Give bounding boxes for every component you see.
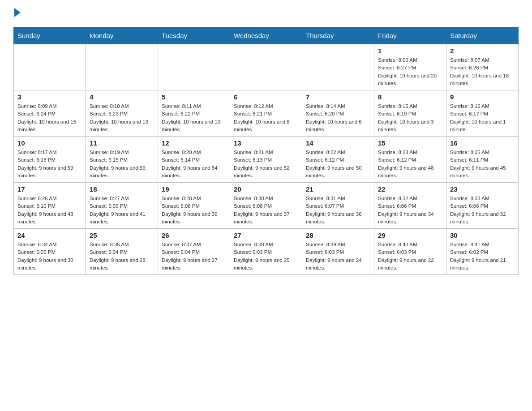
day-number: 13 — [234, 139, 298, 147]
calendar-cell: 23Sunrise: 8:33 AM Sunset: 6:06 PM Dayli… — [446, 183, 519, 229]
calendar-cell: 5Sunrise: 8:11 AM Sunset: 6:22 PM Daylig… — [158, 90, 230, 137]
day-info: Sunrise: 8:16 AM Sunset: 6:17 PM Dayligh… — [450, 103, 515, 133]
day-number: 21 — [306, 185, 370, 193]
calendar-cell: 26Sunrise: 8:37 AM Sunset: 6:04 PM Dayli… — [158, 229, 230, 275]
calendar-cell: 22Sunrise: 8:32 AM Sunset: 6:06 PM Dayli… — [374, 183, 446, 229]
day-number: 16 — [450, 139, 515, 147]
day-info: Sunrise: 8:27 AM Sunset: 6:09 PM Dayligh… — [90, 195, 154, 226]
day-info: Sunrise: 8:34 AM Sunset: 6:05 PM Dayligh… — [17, 241, 82, 272]
calendar-cell: 2Sunrise: 8:07 AM Sunset: 6:26 PM Daylig… — [446, 44, 519, 90]
day-info: Sunrise: 8:23 AM Sunset: 6:12 PM Dayligh… — [378, 149, 442, 180]
column-header-wednesday: Wednesday — [230, 27, 302, 44]
calendar-cell: 27Sunrise: 8:38 AM Sunset: 6:03 PM Dayli… — [230, 229, 302, 275]
day-number: 28 — [306, 231, 370, 239]
calendar-cell — [158, 44, 230, 90]
calendar-cell: 13Sunrise: 8:21 AM Sunset: 6:13 PM Dayli… — [230, 137, 302, 183]
calendar-cell: 17Sunrise: 8:26 AM Sunset: 6:10 PM Dayli… — [14, 183, 86, 229]
day-info: Sunrise: 8:35 AM Sunset: 6:04 PM Dayligh… — [90, 241, 154, 272]
day-number: 6 — [234, 93, 298, 101]
calendar-cell — [86, 44, 158, 90]
calendar-cell: 18Sunrise: 8:27 AM Sunset: 6:09 PM Dayli… — [86, 183, 158, 229]
day-info: Sunrise: 8:09 AM Sunset: 6:24 PM Dayligh… — [17, 103, 82, 133]
column-header-thursday: Thursday — [302, 27, 374, 44]
column-header-saturday: Saturday — [446, 27, 519, 44]
day-number: 7 — [306, 93, 370, 101]
day-info: Sunrise: 8:15 AM Sunset: 6:19 PM Dayligh… — [378, 103, 442, 133]
calendar-cell: 10Sunrise: 8:17 AM Sunset: 6:16 PM Dayli… — [14, 137, 86, 183]
calendar-cell — [302, 44, 374, 90]
day-number: 23 — [450, 185, 515, 193]
day-number: 22 — [378, 185, 442, 193]
calendar-cell: 14Sunrise: 8:22 AM Sunset: 6:12 PM Dayli… — [302, 137, 374, 183]
day-number: 8 — [378, 93, 442, 101]
logo-arrow-icon — [14, 8, 21, 17]
day-number: 1 — [378, 47, 442, 55]
day-info: Sunrise: 8:33 AM Sunset: 6:06 PM Dayligh… — [450, 195, 515, 226]
day-info: Sunrise: 8:17 AM Sunset: 6:16 PM Dayligh… — [17, 149, 82, 180]
day-info: Sunrise: 8:10 AM Sunset: 6:23 PM Dayligh… — [90, 103, 154, 133]
calendar-header-row: SundayMondayTuesdayWednesdayThursdayFrid… — [14, 27, 519, 44]
calendar-cell — [230, 44, 302, 90]
calendar-cell: 12Sunrise: 8:20 AM Sunset: 6:14 PM Dayli… — [158, 137, 230, 183]
calendar-cell: 30Sunrise: 8:41 AM Sunset: 6:02 PM Dayli… — [446, 229, 519, 275]
day-number: 25 — [90, 231, 154, 239]
day-info: Sunrise: 8:31 AM Sunset: 6:07 PM Dayligh… — [306, 195, 370, 226]
calendar-cell: 7Sunrise: 8:14 AM Sunset: 6:20 PM Daylig… — [302, 90, 374, 137]
calendar-cell: 6Sunrise: 8:12 AM Sunset: 6:21 PM Daylig… — [230, 90, 302, 137]
day-info: Sunrise: 8:26 AM Sunset: 6:10 PM Dayligh… — [17, 195, 82, 226]
day-info: Sunrise: 8:40 AM Sunset: 6:03 PM Dayligh… — [378, 241, 442, 272]
calendar-cell: 19Sunrise: 8:28 AM Sunset: 6:08 PM Dayli… — [158, 183, 230, 229]
calendar-week-row: 17Sunrise: 8:26 AM Sunset: 6:10 PM Dayli… — [14, 183, 519, 229]
day-number: 5 — [162, 93, 226, 101]
calendar-cell: 3Sunrise: 8:09 AM Sunset: 6:24 PM Daylig… — [14, 90, 86, 137]
day-info: Sunrise: 8:12 AM Sunset: 6:21 PM Dayligh… — [234, 103, 298, 133]
day-number: 27 — [234, 231, 298, 239]
calendar-cell: 8Sunrise: 8:15 AM Sunset: 6:19 PM Daylig… — [374, 90, 446, 137]
logo — [13, 9, 21, 18]
day-number: 19 — [162, 185, 226, 193]
calendar-cell: 15Sunrise: 8:23 AM Sunset: 6:12 PM Dayli… — [374, 137, 446, 183]
calendar-week-row: 24Sunrise: 8:34 AM Sunset: 6:05 PM Dayli… — [14, 229, 519, 275]
day-info: Sunrise: 8:32 AM Sunset: 6:06 PM Dayligh… — [378, 195, 442, 226]
day-info: Sunrise: 8:25 AM Sunset: 6:11 PM Dayligh… — [450, 149, 515, 180]
day-info: Sunrise: 8:21 AM Sunset: 6:13 PM Dayligh… — [234, 149, 298, 180]
day-number: 2 — [450, 47, 515, 55]
calendar-cell — [14, 44, 86, 90]
calendar-cell: 16Sunrise: 8:25 AM Sunset: 6:11 PM Dayli… — [446, 137, 519, 183]
calendar-cell: 21Sunrise: 8:31 AM Sunset: 6:07 PM Dayli… — [302, 183, 374, 229]
calendar-cell: 9Sunrise: 8:16 AM Sunset: 6:17 PM Daylig… — [446, 90, 519, 137]
day-info: Sunrise: 8:41 AM Sunset: 6:02 PM Dayligh… — [450, 241, 515, 272]
column-header-friday: Friday — [374, 27, 446, 44]
calendar-cell: 4Sunrise: 8:10 AM Sunset: 6:23 PM Daylig… — [86, 90, 158, 137]
day-info: Sunrise: 8:19 AM Sunset: 6:15 PM Dayligh… — [90, 149, 154, 180]
day-info: Sunrise: 8:11 AM Sunset: 6:22 PM Dayligh… — [162, 103, 226, 133]
day-number: 26 — [162, 231, 226, 239]
day-number: 20 — [234, 185, 298, 193]
day-number: 15 — [378, 139, 442, 147]
calendar-cell: 29Sunrise: 8:40 AM Sunset: 6:03 PM Dayli… — [374, 229, 446, 275]
day-info: Sunrise: 8:28 AM Sunset: 6:08 PM Dayligh… — [162, 195, 226, 226]
day-info: Sunrise: 8:30 AM Sunset: 6:08 PM Dayligh… — [234, 195, 298, 226]
day-info: Sunrise: 8:37 AM Sunset: 6:04 PM Dayligh… — [162, 241, 226, 272]
day-info: Sunrise: 8:06 AM Sunset: 6:27 PM Dayligh… — [378, 56, 442, 87]
day-info: Sunrise: 8:22 AM Sunset: 6:12 PM Dayligh… — [306, 149, 370, 180]
calendar-cell: 28Sunrise: 8:39 AM Sunset: 6:03 PM Dayli… — [302, 229, 374, 275]
calendar-cell: 1Sunrise: 8:06 AM Sunset: 6:27 PM Daylig… — [374, 44, 446, 90]
day-number: 29 — [378, 231, 442, 239]
calendar-cell: 24Sunrise: 8:34 AM Sunset: 6:05 PM Dayli… — [14, 229, 86, 275]
day-number: 14 — [306, 139, 370, 147]
day-number: 12 — [162, 139, 226, 147]
day-number: 30 — [450, 231, 515, 239]
column-header-sunday: Sunday — [14, 27, 86, 44]
calendar-cell: 20Sunrise: 8:30 AM Sunset: 6:08 PM Dayli… — [230, 183, 302, 229]
day-number: 10 — [17, 139, 82, 147]
calendar-week-row: 3Sunrise: 8:09 AM Sunset: 6:24 PM Daylig… — [14, 90, 519, 137]
day-number: 11 — [90, 139, 154, 147]
day-info: Sunrise: 8:07 AM Sunset: 6:26 PM Dayligh… — [450, 56, 515, 87]
day-info: Sunrise: 8:39 AM Sunset: 6:03 PM Dayligh… — [306, 241, 370, 272]
column-header-tuesday: Tuesday — [158, 27, 230, 44]
day-info: Sunrise: 8:38 AM Sunset: 6:03 PM Dayligh… — [234, 241, 298, 272]
day-number: 17 — [17, 185, 82, 193]
day-number: 9 — [450, 93, 515, 101]
column-header-monday: Monday — [86, 27, 158, 44]
